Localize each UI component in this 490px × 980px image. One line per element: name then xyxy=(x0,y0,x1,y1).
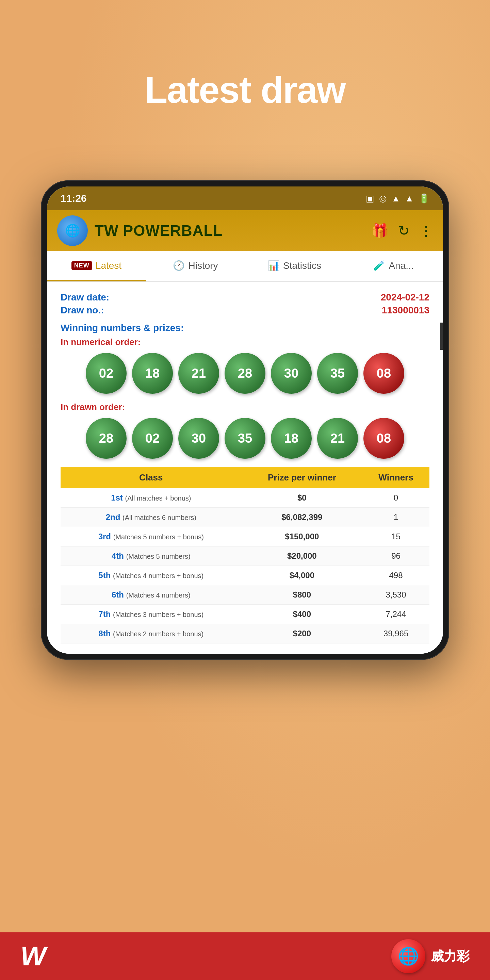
footer-flag: 🌐 xyxy=(398,946,419,966)
draw-number-value: 113000013 xyxy=(382,305,430,316)
footer: W 🌐 威力彩 xyxy=(0,932,490,980)
tab-latest[interactable]: NEW Latest xyxy=(47,251,146,282)
draw-number-label: Draw no.: xyxy=(60,305,104,316)
cell-prize: $150,000 xyxy=(242,527,363,546)
tab-latest-label: Latest xyxy=(95,260,121,271)
cell-prize: $400 xyxy=(242,605,363,624)
cell-prize: $0 xyxy=(242,488,363,508)
table-row: 5th (Matches 4 numbers + bonus) $4,000 4… xyxy=(60,566,430,585)
cell-winners: 498 xyxy=(363,566,430,585)
cell-prize: $4,000 xyxy=(242,566,363,585)
nav-tabs: NEW Latest 🕐 History 📊 Statistics 🧪 Ana.… xyxy=(47,251,443,282)
tab-history-label: History xyxy=(188,260,218,271)
prize-table: Class Prize per winner Winners 1st (All … xyxy=(60,467,430,643)
ball-drawn-4: 35 xyxy=(224,418,266,459)
table-row: 3rd (Matches 5 numbers + bonus) $150,000… xyxy=(60,527,430,546)
cell-class: 8th (Matches 2 numbers + bonus) xyxy=(60,624,242,643)
new-badge: NEW xyxy=(72,261,92,270)
wifi-icon: ◎ xyxy=(379,193,387,204)
ball-drawn-3: 30 xyxy=(178,418,219,459)
main-content: Draw date: 2024-02-12 Draw no.: 11300001… xyxy=(47,282,443,654)
numerical-balls-row: 02 18 21 28 30 35 08 xyxy=(60,353,430,394)
ball-num-4: 28 xyxy=(224,353,266,394)
more-icon[interactable]: ⋮ xyxy=(419,223,433,239)
cell-winners: 0 xyxy=(363,488,430,508)
table-row: 1st (All matches + bonus) $0 0 xyxy=(60,488,430,508)
cell-prize: $800 xyxy=(242,585,363,605)
table-row: 6th (Matches 4 numbers) $800 3,530 xyxy=(60,585,430,605)
cell-winners: 15 xyxy=(363,527,430,546)
winning-title: Winning numbers & prizes: xyxy=(60,323,430,334)
cell-winners: 39,965 xyxy=(363,624,430,643)
statistics-icon: 📊 xyxy=(268,260,280,271)
table-row: 2nd (All matches 6 numbers) $6,082,399 1 xyxy=(60,508,430,527)
cell-class: 4th (Matches 5 numbers) xyxy=(60,546,242,566)
phone-side-button xyxy=(440,323,443,350)
draw-date-row: Draw date: 2024-02-12 xyxy=(60,292,430,303)
draw-info: Draw date: 2024-02-12 Draw no.: 11300001… xyxy=(60,292,430,316)
table-row: 8th (Matches 2 numbers + bonus) $200 39,… xyxy=(60,624,430,643)
ball-num-5: 30 xyxy=(271,353,312,394)
cell-class: 5th (Matches 4 numbers + bonus) xyxy=(60,566,242,585)
cell-winners: 1 xyxy=(363,508,430,527)
signal-bars-icon: ▲ xyxy=(405,193,414,204)
tab-analysis-label: Ana... xyxy=(388,260,414,271)
table-row: 7th (Matches 3 numbers + bonus) $400 7,2… xyxy=(60,605,430,624)
cell-class: 2nd (All matches 6 numbers) xyxy=(60,508,242,527)
tab-analysis[interactable]: 🧪 Ana... xyxy=(344,251,443,282)
ball-num-6: 35 xyxy=(317,353,358,394)
status-bar: 11:26 ▣ ◎ ▲ ▲ 🔋 xyxy=(47,186,443,210)
cell-prize: $6,082,399 xyxy=(242,508,363,527)
draw-date-value: 2024-02-12 xyxy=(381,292,430,303)
ball-drawn-6: 21 xyxy=(317,418,358,459)
signal-icon: ▲ xyxy=(392,193,401,204)
ball-num-2: 18 xyxy=(132,353,173,394)
footer-logo: 🌐 威力彩 xyxy=(391,939,469,973)
drawn-label: In drawn order: xyxy=(60,402,430,412)
numerical-label: In numerical order: xyxy=(60,337,430,347)
tab-history[interactable]: 🕐 History xyxy=(146,251,245,282)
cell-winners: 3,530 xyxy=(363,585,430,605)
notification-icon: ▣ xyxy=(366,193,374,204)
page-title: Latest draw xyxy=(0,68,490,111)
ball-drawn-1: 28 xyxy=(86,418,127,459)
analysis-icon: 🧪 xyxy=(373,260,385,271)
draw-date-label: Draw date: xyxy=(60,292,109,303)
drawn-balls-row: 28 02 30 35 18 21 08 xyxy=(60,418,430,459)
cell-class: 7th (Matches 3 numbers + bonus) xyxy=(60,605,242,624)
ball-drawn-5: 18 xyxy=(271,418,312,459)
app-header: 🌐 TW POWERBALL 🎁 ↻ ⋮ xyxy=(47,210,443,251)
cell-class: 3rd (Matches 5 numbers + bonus) xyxy=(60,527,242,546)
ball-num-3: 21 xyxy=(178,353,219,394)
refresh-icon[interactable]: ↻ xyxy=(398,223,410,239)
battery-icon: 🔋 xyxy=(418,193,430,204)
app-title: TW POWERBALL xyxy=(95,222,365,239)
ball-num-1: 02 xyxy=(86,353,127,394)
phone-screen: 11:26 ▣ ◎ ▲ ▲ 🔋 🌐 TW POWERBALL 🎁 ↻ xyxy=(47,186,443,654)
ball-drawn-bonus: 08 xyxy=(363,418,404,459)
history-icon: 🕐 xyxy=(173,260,185,271)
header-icons: 🎁 ↻ ⋮ xyxy=(372,223,433,239)
cell-prize: $20,000 xyxy=(242,546,363,566)
cell-class: 6th (Matches 4 numbers) xyxy=(60,585,242,605)
col-class: Class xyxy=(60,467,242,488)
table-header-row: Class Prize per winner Winners xyxy=(60,467,430,488)
ball-num-bonus: 08 xyxy=(363,353,404,394)
cell-class: 1st (All matches + bonus) xyxy=(60,488,242,508)
tab-statistics-label: Statistics xyxy=(283,260,321,271)
ball-drawn-2: 02 xyxy=(132,418,173,459)
gift-icon[interactable]: 🎁 xyxy=(372,223,388,239)
cell-prize: $200 xyxy=(242,624,363,643)
tab-statistics[interactable]: 📊 Statistics xyxy=(245,251,344,282)
col-prize: Prize per winner xyxy=(242,467,363,488)
footer-ball: 🌐 xyxy=(391,939,425,973)
cell-winners: 96 xyxy=(363,546,430,566)
cell-winners: 7,244 xyxy=(363,605,430,624)
footer-brand-letter: W xyxy=(21,940,46,972)
col-winners: Winners xyxy=(363,467,430,488)
phone-frame: 11:26 ▣ ◎ ▲ ▲ 🔋 🌐 TW POWERBALL 🎁 ↻ xyxy=(41,180,449,660)
table-row: 4th (Matches 5 numbers) $20,000 96 xyxy=(60,546,430,566)
footer-brand-name: 威力彩 xyxy=(431,948,469,965)
status-time: 11:26 xyxy=(60,192,87,204)
app-logo: 🌐 xyxy=(57,215,88,246)
